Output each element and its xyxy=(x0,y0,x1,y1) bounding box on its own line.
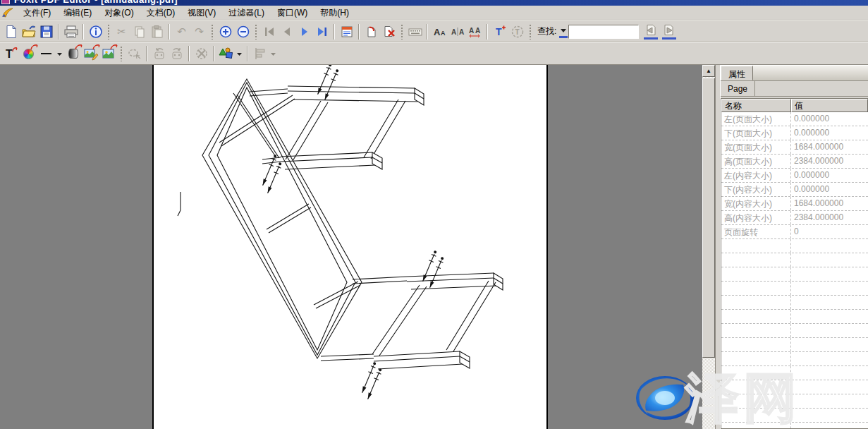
last-page-button[interactable] xyxy=(313,23,331,40)
menu-item-5[interactable]: 过滤器(L) xyxy=(222,6,271,20)
property-value[interactable]: 0.000000 xyxy=(791,126,868,140)
char-spacing-button[interactable]: AA xyxy=(466,23,484,40)
column-header-value[interactable]: 值 xyxy=(791,99,868,112)
tab-page[interactable]: Page xyxy=(721,81,755,96)
property-value[interactable]: 0.000000 xyxy=(791,169,868,182)
column-header-name[interactable]: 名称 xyxy=(721,99,791,112)
menu-item-2[interactable]: 对象(O) xyxy=(98,6,140,20)
rotate-left-button[interactable] xyxy=(150,45,168,63)
property-value[interactable]: 0.000000 xyxy=(791,112,868,126)
toolbar-grip[interactable] xyxy=(120,46,123,61)
delete-object-button[interactable] xyxy=(192,45,210,63)
toolbar-grip[interactable] xyxy=(211,24,214,40)
menu-item-0[interactable]: 文件(F) xyxy=(17,6,57,20)
zoom-out-button[interactable] xyxy=(234,23,252,40)
property-value[interactable] xyxy=(791,380,868,394)
new-button[interactable] xyxy=(2,23,20,40)
menu-item-7[interactable]: 帮助(H) xyxy=(314,6,355,20)
undo-button[interactable]: ↶ xyxy=(173,23,190,40)
copy-button[interactable] xyxy=(130,23,148,40)
page-form-button[interactable] xyxy=(338,23,355,40)
first-page-button[interactable] xyxy=(260,23,278,40)
menu-item-6[interactable]: 窗口(W) xyxy=(271,6,314,20)
cut-button[interactable]: ✂ xyxy=(113,23,130,40)
property-value[interactable] xyxy=(791,394,868,408)
property-value[interactable] xyxy=(791,282,868,295)
objects-button[interactable] xyxy=(217,45,235,63)
property-value[interactable] xyxy=(791,324,868,337)
redo-icon: ↷ xyxy=(195,26,204,37)
line-tool-dropdown[interactable] xyxy=(55,45,64,63)
line-tool-button[interactable] xyxy=(37,45,55,63)
next-page-button[interactable] xyxy=(295,23,313,40)
property-name xyxy=(721,296,791,309)
menu-item-4[interactable]: 视图(V) xyxy=(181,6,222,20)
text-circle-button[interactable]: T xyxy=(508,23,526,40)
separator xyxy=(213,46,214,61)
tab-properties[interactable]: 属性 xyxy=(721,66,753,80)
print-button[interactable] xyxy=(62,23,80,40)
toolbar-grip[interactable] xyxy=(401,24,403,40)
property-value[interactable] xyxy=(791,423,868,429)
info-button[interactable] xyxy=(87,23,104,40)
property-value[interactable] xyxy=(791,253,868,267)
pdf-page[interactable] xyxy=(152,65,548,429)
scroll-up-button[interactable]: ▲ xyxy=(702,65,715,77)
align-button[interactable] xyxy=(251,45,269,63)
property-value[interactable] xyxy=(791,366,868,380)
toolbar-grip[interactable] xyxy=(107,24,110,40)
properties-rows: 左(页面大小)0.000000下(页面大小)0.000000宽(页面大小)168… xyxy=(721,112,868,429)
document-canvas[interactable] xyxy=(0,65,702,429)
property-value[interactable]: 1684.000000 xyxy=(791,140,868,154)
edit-image-button[interactable] xyxy=(82,45,99,63)
find-input[interactable] xyxy=(568,25,639,39)
property-value[interactable]: 0 xyxy=(791,225,868,238)
touchup-button[interactable] xyxy=(126,45,143,63)
prev-page-button[interactable] xyxy=(278,23,295,40)
menu-item-3[interactable]: 文档(D) xyxy=(140,6,182,20)
redo-button[interactable]: ↷ xyxy=(190,23,208,40)
font-size-button[interactable]: AA xyxy=(431,23,448,40)
scrollbar-thumb[interactable] xyxy=(702,78,715,358)
property-value[interactable]: 2384.000000 xyxy=(791,155,868,168)
property-value[interactable] xyxy=(791,310,868,323)
property-value[interactable] xyxy=(791,352,868,365)
find-previous-button[interactable] xyxy=(644,24,658,40)
color-tool-button[interactable] xyxy=(20,45,37,63)
toolbar-grip[interactable] xyxy=(529,24,532,40)
property-value[interactable] xyxy=(791,409,868,422)
save-button[interactable] xyxy=(37,23,55,40)
property-value[interactable]: 2384.000000 xyxy=(791,211,868,224)
property-value[interactable]: 0.000000 xyxy=(791,183,868,196)
vertical-scrollbar[interactable]: ▲ xyxy=(702,65,715,429)
property-value[interactable] xyxy=(791,239,868,253)
keyboard-button[interactable] xyxy=(406,23,424,40)
toolbar-grip[interactable] xyxy=(255,24,257,40)
text-tool-button[interactable]: T xyxy=(2,45,20,63)
zoom-in-button[interactable] xyxy=(216,23,234,40)
align-icon xyxy=(253,47,267,61)
property-value[interactable] xyxy=(791,267,868,281)
kerning-button[interactable]: AA xyxy=(448,23,466,40)
property-name: 宽(内容大小) xyxy=(721,197,791,210)
delete-page-button[interactable] xyxy=(380,23,398,40)
property-value[interactable] xyxy=(791,338,868,351)
chevron-down-icon xyxy=(270,51,276,57)
property-row: 下(页面大小)0.000000 xyxy=(721,126,868,140)
menu-item-1[interactable]: 编辑(E) xyxy=(57,6,98,20)
property-value[interactable]: 1684.000000 xyxy=(791,197,868,210)
property-row: 下(内容大小)0.000000 xyxy=(721,183,868,197)
find-dropdown[interactable] xyxy=(559,25,568,38)
panel-splitter[interactable] xyxy=(715,65,721,429)
add-image-button[interactable] xyxy=(99,45,117,63)
shading-tool-button[interactable] xyxy=(64,45,82,63)
property-value[interactable] xyxy=(791,296,868,309)
insert-page-button[interactable] xyxy=(362,23,380,40)
paste-button[interactable] xyxy=(148,23,166,40)
find-next-button[interactable] xyxy=(662,24,676,40)
rotate-right-button[interactable] xyxy=(168,45,185,63)
open-button[interactable] xyxy=(20,23,37,40)
objects-dropdown[interactable] xyxy=(235,45,244,63)
align-dropdown[interactable] xyxy=(269,45,278,63)
add-text-button[interactable]: T xyxy=(491,23,508,40)
